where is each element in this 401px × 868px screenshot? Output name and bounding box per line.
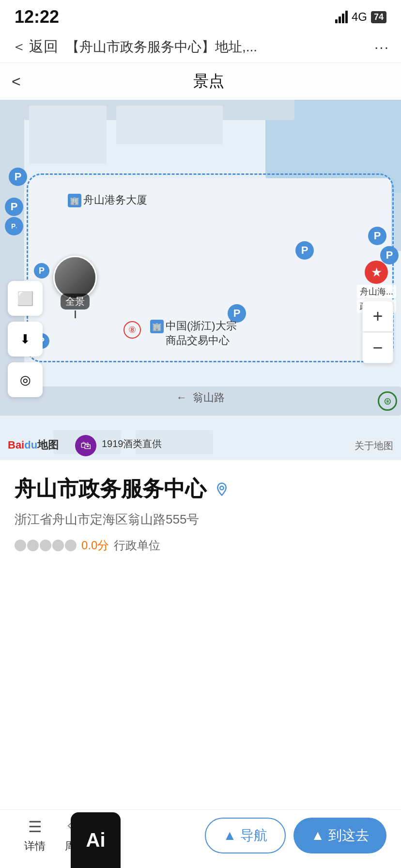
- details-icon: ☰: [28, 818, 42, 836]
- category-tag: 行政单位: [114, 538, 160, 553]
- bottom-action-bar: ☰ 详情 👁 周边 ▲ 导航 ▲ 到这去: [0, 809, 401, 868]
- parking-6: P: [368, 227, 386, 245]
- star-5: [65, 540, 77, 551]
- baidu-map-text: 地图: [37, 439, 59, 451]
- location-button[interactable]: ◎: [8, 362, 43, 397]
- trade-center-text2: 商品交易中心: [166, 333, 237, 348]
- shop-label: 1919酒类直供: [102, 437, 162, 450]
- about-map-button[interactable]: 关于地图: [355, 439, 393, 452]
- road-vertical-left: [0, 96, 24, 460]
- signal-icon: [335, 11, 348, 23]
- status-icons: 4G 74: [335, 10, 386, 24]
- fullscene-label: 全景: [61, 294, 90, 310]
- zoom-in-button[interactable]: +: [362, 301, 393, 332]
- more-button[interactable]: ···: [374, 39, 389, 55]
- fullscene-circle: [53, 256, 97, 299]
- navigate-arrow-icon: ▲: [223, 828, 237, 843]
- details-label: 详情: [24, 839, 46, 853]
- chevron-left-icon: ＜: [12, 37, 26, 57]
- pin-tail: [75, 310, 76, 318]
- map-title: 景点: [29, 71, 389, 92]
- zoom-out-button[interactable]: −: [362, 332, 393, 363]
- trade-center-text: 中国(浙江)大宗: [166, 319, 237, 333]
- download-button[interactable]: ⬇: [8, 322, 43, 356]
- stars: [15, 540, 77, 551]
- nav-title: 【舟山市政务服务中心】地址,...: [66, 38, 367, 56]
- vr-icon: ⬜: [17, 291, 34, 307]
- parking-4: P: [34, 263, 49, 279]
- download-icon: ⬇: [20, 332, 31, 347]
- tab-details[interactable]: ☰ 详情: [15, 818, 55, 853]
- building-type-icon: 🏢: [68, 194, 81, 207]
- map-header: < 景点: [0, 63, 401, 100]
- building-top-left: [29, 106, 107, 164]
- minus-icon: −: [372, 338, 383, 358]
- rating-row: 0.0分 行政单位: [15, 538, 386, 553]
- rating-score: 0.0分: [81, 538, 109, 553]
- ai-badge[interactable]: Ai: [71, 812, 121, 868]
- baidu-logo: Baidu地图: [8, 438, 59, 452]
- plus-icon: +: [372, 306, 383, 326]
- star-icon: ★: [365, 261, 388, 284]
- star-2: [27, 540, 39, 551]
- fullscene-pin[interactable]: 全景: [53, 256, 97, 318]
- road-text: 翁山路: [193, 390, 225, 405]
- map-back-button[interactable]: <: [12, 73, 21, 91]
- star-4: [52, 540, 64, 551]
- star-1: [15, 540, 26, 551]
- map-view[interactable]: P P P. P P P P P P 🏢 舟山港务大厦 🏢 中国(浙江)大宗 商…: [0, 96, 401, 460]
- location-icon: ◎: [20, 372, 31, 388]
- road-name: ← 翁山路: [176, 390, 225, 405]
- zoom-controls: + −: [362, 301, 393, 363]
- parking-2: P: [5, 198, 23, 216]
- marker-label: 舟山海...: [357, 285, 396, 298]
- parking-5: P: [295, 241, 314, 260]
- top-nav: ＜ 返回 【舟山市政务服务中心】地址,... ···: [0, 31, 401, 63]
- status-bar: 12:22 4G 74: [0, 0, 401, 31]
- building-top-center: [116, 106, 223, 144]
- star-3: [40, 540, 51, 551]
- place-name: 舟山市政务服务中心: [15, 475, 206, 503]
- address: 浙江省舟山市定海区翁山路555号: [15, 511, 386, 528]
- vr-button[interactable]: ⬜: [8, 281, 43, 316]
- network-type: 4G: [352, 10, 367, 24]
- green-circle-marker: ⊛: [378, 391, 397, 411]
- svg-point-0: [220, 486, 224, 490]
- action-buttons: ▲ 导航 ▲ 到这去: [205, 818, 386, 853]
- battery-icon: 74: [371, 11, 386, 23]
- goto-arrow-icon: ▲: [311, 828, 324, 843]
- shop-marker: 🛍: [75, 435, 96, 456]
- parking-3: P.: [5, 217, 23, 235]
- status-time: 12:22: [15, 7, 59, 27]
- location-pin-icon[interactable]: [212, 480, 231, 499]
- place-name-row: 舟山市政务服务中心: [15, 475, 386, 503]
- map-container[interactable]: < 景点 P P P. P P P P P P: [0, 63, 401, 460]
- trade-center-icon: 🏢: [150, 320, 164, 333]
- goto-button[interactable]: ▲ 到这去: [293, 818, 386, 853]
- fullscene-image: [55, 257, 95, 298]
- map-controls-left: ⬜ ⬇ ◎: [8, 281, 43, 397]
- zhongguo-label: 🏢 中国(浙江)大宗 商品交易中心: [150, 319, 237, 348]
- back-button[interactable]: ＜ 返回: [12, 37, 58, 57]
- gangwu-text: 舟山港务大厦: [83, 193, 147, 207]
- road-arrow-icon: ←: [176, 391, 187, 404]
- parking-1: P: [9, 168, 27, 186]
- baidu-du: du: [24, 439, 37, 451]
- gangwu-label: 🏢 舟山港务大厦: [68, 193, 147, 207]
- red-marker: ⑧: [123, 321, 141, 339]
- navigate-button[interactable]: ▲ 导航: [205, 818, 286, 853]
- info-panel: 舟山市政务服务中心 浙江省舟山市定海区翁山路555号 0.0分 行政单位: [0, 460, 401, 577]
